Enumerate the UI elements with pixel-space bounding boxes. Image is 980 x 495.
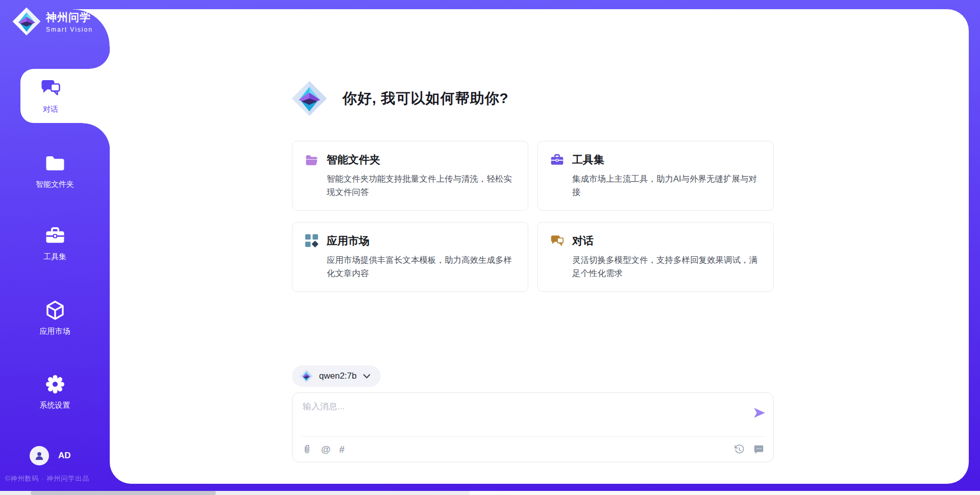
apps-grid-icon [305, 234, 318, 247]
attachment-icon[interactable] [302, 444, 312, 455]
model-selector[interactable]: qwen2:7b [292, 365, 381, 387]
card-toolset[interactable]: 工具集 集成市场上主流工具，助力AI与外界无缝扩展与对接 [537, 141, 774, 211]
app-root: { "brand": { "name": "神州问学", "subtitle":… [0, 0, 980, 495]
topic-icon[interactable]: # [339, 444, 345, 454]
sidebar-item-app-market[interactable]: 应用市场 [0, 300, 110, 336]
person-icon [34, 450, 45, 461]
card-title: 智能文件夹 [327, 153, 380, 167]
card-header: 智能文件夹 [305, 153, 516, 167]
sidebar-item-label: 工具集 [0, 252, 110, 262]
card-header: 对话 [550, 234, 761, 248]
sidebar-item-toolset[interactable]: 工具集 [0, 226, 110, 262]
user-name: AD [58, 451, 71, 461]
card-smart-folder[interactable]: 智能文件夹 智能文件夹功能支持批量文件上传与清洗，轻松实现文件问答 [292, 141, 528, 211]
horizontal-scrollbar [0, 491, 980, 495]
card-description: 智能文件夹功能支持批量文件上传与清洗，轻松实现文件问答 [327, 172, 516, 199]
brand-text: 神州问学 Smart Vision [46, 10, 93, 33]
gear-icon [45, 374, 65, 394]
copyright-footer: ©神州数码 · 神州问学出品 [5, 474, 89, 483]
sidebar-item-smart-folder[interactable]: 智能文件夹 [0, 153, 110, 189]
card-description: 灵活切换多模型文件，支持多样回复效果调试，满足个性化需求 [572, 253, 761, 280]
toolbar-right [734, 444, 764, 455]
model-diamond-logo [300, 369, 313, 383]
greeting: 你好, 我可以如何帮助你? [291, 81, 509, 116]
card-title: 对话 [572, 234, 594, 248]
toolbar-left: @ # [302, 444, 345, 455]
avatar [30, 446, 49, 465]
message-composer: @ # [292, 392, 774, 462]
user-profile[interactable]: AD [30, 446, 71, 465]
message-input[interactable] [303, 401, 742, 432]
feature-cards: 智能文件夹 智能文件夹功能支持批量文件上传与清洗，轻松实现文件问答 工具集 集成… [292, 141, 774, 292]
chat-icon [550, 234, 564, 247]
card-chat[interactable]: 对话 灵活切换多模型文件，支持多样回复效果调试，满足个性化需求 [537, 222, 774, 292]
card-description: 应用市场提供丰富长文本模板，助力高效生成多样化文章内容 [327, 253, 516, 280]
card-description: 集成市场上主流工具，助力AI与外界无缝扩展与对接 [572, 172, 761, 199]
model-name: qwen2:7b [319, 371, 357, 381]
brand: 神州问学 Smart Vision [12, 7, 93, 36]
main-panel: 你好, 我可以如何帮助你? 智能文件夹 智能文件夹功能支持批量文件上传与清洗，轻… [110, 9, 969, 484]
card-app-market[interactable]: 应用市场 应用市场提供丰富长文本模板，助力高效生成多样化文章内容 [292, 222, 528, 292]
toolbox-icon [550, 153, 564, 167]
brand-name: 神州问学 [46, 10, 93, 24]
scrollbar-thumb[interactable] [31, 491, 216, 495]
history-icon[interactable] [734, 444, 745, 455]
scrollbar-track [470, 491, 980, 495]
mention-icon[interactable]: @ [321, 444, 331, 454]
folder-icon [45, 153, 65, 174]
composer-toolbar: @ # [302, 436, 764, 462]
sidebar-item-label: 应用市场 [0, 327, 110, 336]
card-header: 应用市场 [305, 234, 516, 248]
card-header: 工具集 [550, 153, 761, 167]
sidebar-item-settings[interactable]: 系统设置 [0, 374, 110, 410]
toolbox-icon [45, 226, 65, 246]
chat-icon [40, 78, 61, 98]
cube-icon [45, 300, 65, 320]
sidebar-item-label: 智能文件夹 [0, 180, 110, 189]
message-icon[interactable] [753, 444, 764, 455]
sidebar-item-label: 系统设置 [0, 401, 110, 410]
folder-icon [305, 153, 318, 167]
assistant-diamond-logo [291, 81, 327, 116]
brand-subtitle: Smart Vision [46, 26, 93, 33]
card-title: 应用市场 [327, 234, 370, 248]
greeting-title: 你好, 我可以如何帮助你? [342, 89, 509, 108]
chevron-down-icon [363, 373, 371, 379]
card-title: 工具集 [572, 153, 604, 167]
sidebar-item-chat[interactable]: 对话 [20, 69, 110, 123]
sidebar-item-label: 对话 [43, 105, 58, 114]
send-icon[interactable] [752, 406, 767, 420]
brand-diamond-logo [12, 7, 41, 36]
